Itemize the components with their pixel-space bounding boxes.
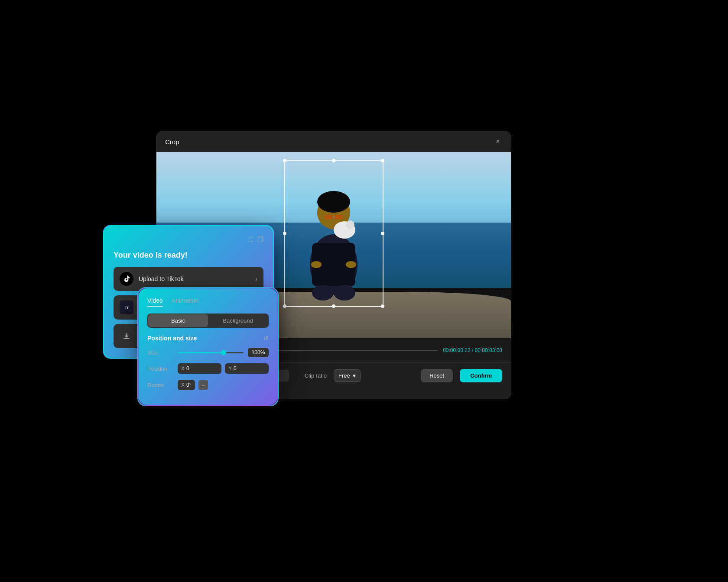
crop-handle-bottomright[interactable] (381, 304, 384, 308)
position-coords: X 0 Y 0 (178, 363, 269, 374)
position-row: Position X 0 Y 0 (147, 363, 269, 374)
crop-handle-bottomleft[interactable] (283, 304, 286, 308)
crop-handle-middleleft[interactable] (283, 232, 286, 235)
subtab-basic[interactable]: Basic (148, 314, 208, 327)
crop-handle-bottomcenter[interactable] (332, 304, 335, 308)
chevron-down-icon: ▾ (353, 372, 356, 379)
rotate-input-box[interactable]: X 0° (178, 380, 195, 390)
upload-tiktok-label: Upload to TikTok (139, 275, 184, 282)
position-size-section: Position and size ↺ (147, 335, 269, 342)
tiktok-icon (123, 275, 130, 283)
ads-manager-icon: TT (125, 306, 128, 310)
ads-icon-container: TT (120, 301, 133, 314)
crop-handle-topleft[interactable] (283, 159, 286, 162)
arrow-right-icon: › (255, 275, 257, 282)
upload-tiktok-item[interactable]: Upload to TikTok › (114, 267, 263, 291)
subtabs-row: Basic Background (147, 314, 269, 328)
rotate-value: 0° (186, 382, 191, 388)
size-slider-thumb[interactable] (221, 350, 226, 355)
crop-titlebar: Crop × (156, 131, 511, 152)
tiktok-icon-container (120, 272, 133, 286)
comment-icon[interactable]: □ (249, 236, 253, 244)
svg-rect-13 (124, 338, 130, 339)
position-x-value: 0 (186, 365, 189, 372)
rotate-row: Rotate X 0° − (147, 380, 269, 390)
size-value[interactable]: 100% (248, 348, 269, 357)
tab-video[interactable]: Video (147, 297, 163, 307)
size-row: Size 100% (147, 348, 269, 357)
video-ready-title: Your video is ready! (114, 251, 263, 260)
rotate-label: Rotate (147, 382, 173, 388)
clip-ratio-label: Clip ratio (305, 372, 327, 379)
video-tabs-row: Video Animation (147, 297, 269, 307)
rotate-group: X 0° − (178, 380, 269, 390)
close-button[interactable]: × (494, 137, 502, 146)
position-label: Position (147, 365, 173, 372)
tab-animation[interactable]: Animation (172, 297, 198, 307)
subtab-background[interactable]: Background (208, 314, 268, 327)
rotate-x-label: X (181, 382, 185, 388)
size-slider[interactable] (178, 352, 244, 353)
crop-handle-topright[interactable] (381, 159, 384, 162)
reset-position-icon[interactable]: ↺ (263, 335, 269, 342)
position-x-input[interactable]: X 0 (178, 363, 221, 374)
panel-icons-row: □ ❐ (114, 236, 263, 244)
x-axis-label: X (181, 365, 185, 372)
size-label: Size (147, 349, 173, 356)
download-icon (120, 329, 133, 343)
confirm-button[interactable]: Confirm (460, 369, 502, 382)
y-axis-label: Y (228, 365, 232, 372)
expand-icon[interactable]: ❐ (257, 236, 263, 244)
position-y-value: 0 (234, 365, 237, 372)
position-size-title: Position and size (147, 335, 197, 342)
position-y-input[interactable]: Y 0 (225, 363, 269, 374)
crop-handle-topcenter[interactable] (332, 159, 335, 162)
crop-selection-box[interactable] (284, 160, 384, 307)
crop-handle-middleright[interactable] (381, 232, 384, 235)
clip-ratio-select[interactable]: Free ▾ (334, 369, 361, 382)
crop-dialog-title: Crop (165, 138, 179, 146)
reset-button[interactable]: Reset (421, 369, 453, 382)
rotate-minus-button[interactable]: − (198, 380, 208, 390)
time-display: 00:00:00:22 / 00:00:03:00 (443, 347, 502, 353)
video-props-panel: Video Animation Basic Background Positio… (139, 288, 277, 405)
